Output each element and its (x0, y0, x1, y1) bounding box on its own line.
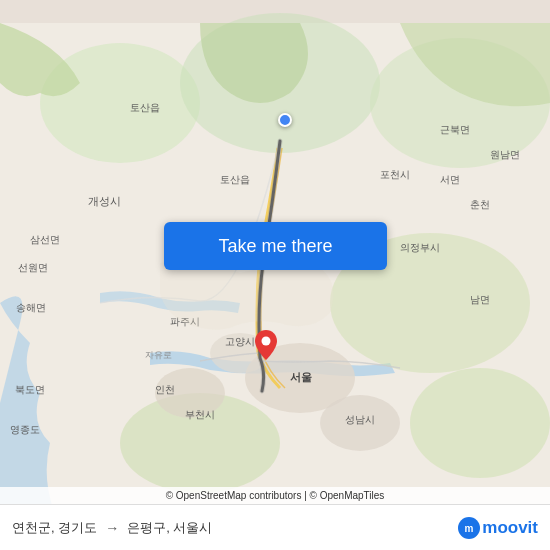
svg-text:영종도: 영종도 (10, 424, 40, 435)
svg-text:선원면: 선원면 (18, 262, 48, 273)
take-me-there-button[interactable]: Take me there (164, 222, 387, 270)
svg-text:개성시: 개성시 (88, 195, 121, 207)
svg-text:근북면: 근북면 (440, 124, 470, 135)
map-background: 개성시 삼선면 선원면 송해면 북도면 영종도 파주시 고양시 인천 부천시 서… (0, 0, 550, 550)
svg-text:인천: 인천 (155, 384, 175, 395)
svg-text:토산읍: 토산읍 (130, 102, 160, 113)
svg-text:의정부시: 의정부시 (400, 242, 440, 253)
svg-text:서면: 서면 (440, 174, 460, 185)
svg-text:남면: 남면 (470, 294, 490, 305)
svg-text:토산읍: 토산읍 (220, 174, 250, 185)
origin-marker (278, 113, 292, 127)
destination-marker (255, 330, 277, 364)
svg-point-33 (262, 337, 271, 346)
bottom-bar: 연천군, 경기도 → 은평구, 서울시 m moovit (0, 504, 550, 550)
destination-label: 은평구, 서울시 (127, 519, 212, 537)
attribution-text: © OpenStreetMap contributors | © OpenMap… (166, 490, 385, 501)
map-container: 개성시 삼선면 선원면 송해면 북도면 영종도 파주시 고양시 인천 부천시 서… (0, 0, 550, 550)
moovit-logo-icon: m (458, 517, 480, 539)
svg-text:부천시: 부천시 (185, 409, 215, 420)
svg-text:포천시: 포천시 (380, 169, 410, 180)
svg-text:고양시: 고양시 (225, 336, 255, 347)
origin-label: 연천군, 경기도 (12, 519, 97, 537)
svg-text:삼선면: 삼선면 (30, 234, 60, 245)
svg-text:성남시: 성남시 (345, 414, 375, 425)
moovit-logo-text: moovit (482, 518, 538, 538)
svg-text:원남면: 원남면 (490, 149, 520, 160)
svg-text:송해면: 송해면 (16, 302, 46, 313)
arrow-icon: → (105, 520, 119, 536)
svg-text:춘천: 춘천 (470, 199, 490, 210)
attribution-bar: © OpenStreetMap contributors | © OpenMap… (0, 487, 550, 504)
svg-text:m: m (465, 523, 474, 534)
svg-text:북도면: 북도면 (15, 384, 45, 395)
svg-text:서울: 서울 (290, 371, 312, 383)
moovit-logo: m moovit (458, 517, 538, 539)
svg-point-6 (410, 368, 550, 478)
route-info: 연천군, 경기도 → 은평구, 서울시 (12, 519, 458, 537)
svg-text:자유로: 자유로 (145, 350, 172, 360)
